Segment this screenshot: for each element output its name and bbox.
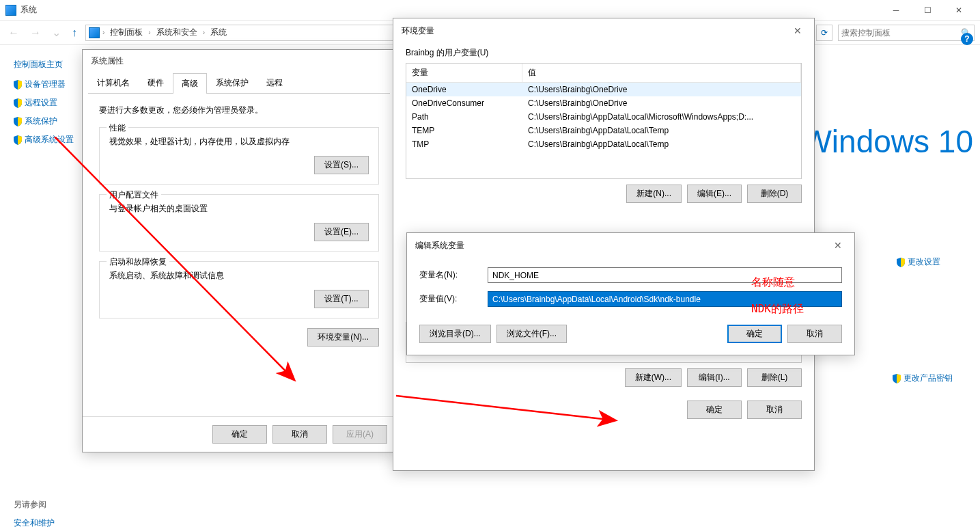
tab-remote[interactable]: 远程 — [257, 72, 292, 93]
window-title: 系统 — [20, 4, 37, 16]
sidebar-label: 高级系统设置 — [25, 134, 74, 146]
dialog-title: 环境变量 — [402, 25, 434, 37]
variable-name-input[interactable] — [488, 267, 842, 283]
search-input[interactable] — [841, 28, 961, 38]
variable-value-label: 变量值(V): — [419, 293, 488, 305]
change-settings-link[interactable]: 更改设置 — [897, 256, 940, 268]
forward-arrow[interactable]: → — [27, 24, 44, 42]
breadcrumb-system[interactable]: 系统 — [208, 27, 229, 38]
dialog-title: 编辑系统变量 — [415, 240, 464, 252]
system-icon — [5, 5, 16, 16]
sidebar-advanced-settings[interactable]: 高级系统设置 — [14, 134, 82, 146]
sidebar-security-maintenance[interactable]: 安全和维护 — [14, 517, 55, 529]
edit-system-var-button[interactable]: 编辑(I)... — [687, 368, 742, 387]
tab-computer-name[interactable]: 计算机名 — [88, 72, 139, 93]
group-legend: 启动和故障恢复 — [107, 256, 169, 268]
cell-var: TMP — [406, 137, 522, 151]
variable-name-label: 变量名(N): — [419, 269, 488, 281]
change-product-key-link[interactable]: 更改产品密钥 — [893, 372, 953, 384]
cell-var: OneDrive — [406, 83, 522, 96]
sidebar-title[interactable]: 控制面板主页 — [14, 59, 82, 70]
group-description: 与登录帐户相关的桌面设置 — [109, 203, 369, 215]
sidebar: 控制面板主页 设备管理器 远程设置 系统保护 高级系统设置 另请参阅 安全和维护 — [0, 45, 82, 529]
browse-directory-button[interactable]: 浏览目录(D)... — [419, 325, 491, 343]
group-description: 视觉效果，处理器计划，内存使用，以及虚拟内存 — [109, 136, 369, 148]
help-icon[interactable]: ? — [961, 33, 973, 45]
edit-system-variable-dialog: 编辑系统变量 ✕ 变量名(N): 变量值(V): 浏览目录(D)... 浏览文件… — [406, 232, 855, 355]
cancel-button[interactable]: 取消 — [787, 325, 842, 343]
chevron-right-icon: › — [203, 29, 205, 36]
cell-val: C:\Users\Brainbg\OneDrive — [522, 83, 801, 96]
maximize-button[interactable]: ☐ — [912, 0, 943, 21]
recent-dropdown[interactable]: ⌄ — [49, 23, 64, 42]
cell-val: C:\Users\Brainbg\AppData\Local\Microsoft… — [522, 110, 801, 124]
chevron-right-icon: › — [102, 29, 104, 36]
sidebar-label: 设备管理器 — [25, 79, 66, 90]
col-variable[interactable]: 变量 — [406, 64, 522, 82]
dialog-title: 系统属性 — [83, 50, 395, 72]
cell-var: OneDriveConsumer — [406, 96, 522, 110]
cell-var: Path — [406, 110, 522, 124]
sidebar-remote-settings[interactable]: 远程设置 — [14, 97, 82, 109]
close-icon[interactable]: ✕ — [789, 24, 806, 38]
new-system-var-button[interactable]: 新建(W)... — [625, 368, 682, 387]
tab-system-protection[interactable]: 系统保护 — [207, 72, 257, 93]
sidebar-system-protection[interactable]: 系统保护 — [14, 116, 82, 127]
cell-val: C:\Users\Brainbg\AppData\Local\Temp — [522, 124, 801, 137]
system-properties-dialog: 系统属性 计算机名 硬件 高级 系统保护 远程 要进行大多数更改，您必须作为管理… — [82, 49, 396, 452]
tabs: 计算机名 硬件 高级 系统保护 远程 — [88, 72, 390, 94]
link-label: 更改设置 — [908, 256, 940, 268]
table-row[interactable]: OneDriveConsumer C:\Users\Brainbg\OneDri… — [406, 96, 801, 110]
sidebar-label: 远程设置 — [25, 97, 57, 109]
table-row[interactable]: Path C:\Users\Brainbg\AppData\Local\Micr… — [406, 110, 801, 124]
cancel-button[interactable]: 取消 — [272, 425, 327, 444]
breadcrumb-root[interactable]: 控制面板 — [107, 27, 145, 38]
ok-button[interactable]: 确定 — [687, 401, 742, 419]
cell-val: C:\Users\Brainbg\OneDrive — [522, 96, 801, 110]
performance-settings-button[interactable]: 设置(S)... — [314, 156, 369, 174]
windows10-brand: Windows 10 — [802, 123, 973, 160]
cancel-button[interactable]: 取消 — [747, 401, 802, 419]
group-legend: 性能 — [107, 122, 128, 134]
shield-icon — [893, 374, 901, 383]
link-label: 更改产品密钥 — [904, 372, 953, 384]
minimize-button[interactable]: ─ — [880, 0, 912, 21]
close-button[interactable]: ✕ — [943, 0, 975, 21]
delete-user-var-button[interactable]: 删除(D) — [747, 185, 802, 203]
variable-value-input[interactable] — [488, 291, 842, 307]
shield-icon — [897, 258, 905, 267]
apply-button[interactable]: 应用(A) — [333, 425, 387, 444]
startup-recovery-group: 启动和故障恢复 系统启动、系统故障和调试信息 设置(T)... — [99, 261, 379, 318]
table-row[interactable]: TEMP C:\Users\Brainbg\AppData\Local\Temp — [406, 124, 801, 137]
breadcrumb-icon — [89, 27, 100, 38]
user-vars-label: Brainbg 的用户变量(U) — [406, 47, 802, 59]
close-icon[interactable]: ✕ — [830, 239, 846, 252]
browse-file-button[interactable]: 浏览文件(F)... — [496, 325, 567, 343]
sidebar-see-also: 另请参阅 — [14, 499, 55, 511]
shield-icon — [14, 80, 22, 90]
table-row[interactable]: OneDrive C:\Users\Brainbg\OneDrive — [406, 83, 801, 96]
refresh-button[interactable]: ⟳ — [816, 25, 832, 41]
new-user-var-button[interactable]: 新建(N)... — [626, 185, 682, 203]
edit-user-var-button[interactable]: 编辑(E)... — [687, 185, 742, 203]
ok-button[interactable]: 确定 — [727, 325, 782, 343]
tab-hardware[interactable]: 硬件 — [139, 72, 173, 93]
startup-settings-button[interactable]: 设置(T)... — [314, 290, 369, 308]
table-row[interactable]: TMP C:\Users\Brainbg\AppData\Local\Temp — [406, 137, 801, 151]
back-arrow[interactable]: ← — [5, 24, 22, 42]
chevron-right-icon: › — [148, 29, 150, 36]
profile-settings-button[interactable]: 设置(E)... — [314, 223, 369, 241]
user-vars-table[interactable]: 变量 值 OneDrive C:\Users\Brainbg\OneDrive … — [406, 63, 802, 179]
group-legend: 用户配置文件 — [107, 189, 161, 201]
ok-button[interactable]: 确定 — [212, 425, 267, 444]
sidebar-device-manager[interactable]: 设备管理器 — [14, 79, 82, 90]
up-arrow[interactable]: ↑ — [69, 24, 80, 42]
tab-advanced[interactable]: 高级 — [173, 73, 207, 94]
delete-system-var-button[interactable]: 删除(L) — [747, 368, 802, 387]
shield-icon — [14, 98, 22, 108]
cell-val: C:\Users\Brainbg\AppData\Local\Temp — [522, 137, 801, 151]
breadcrumb-security[interactable]: 系统和安全 — [154, 27, 200, 38]
search-bar[interactable]: 🔍 — [838, 25, 975, 41]
environment-variables-button[interactable]: 环境变量(N)... — [307, 328, 379, 347]
col-value[interactable]: 值 — [522, 64, 801, 82]
